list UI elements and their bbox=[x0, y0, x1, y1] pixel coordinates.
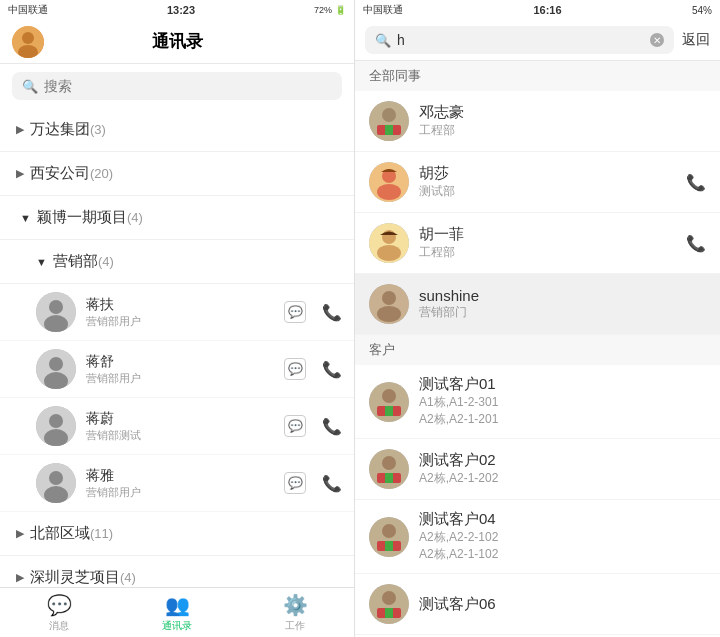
contact-info: 胡一菲 工程部 bbox=[419, 225, 676, 261]
svg-point-13 bbox=[49, 471, 63, 485]
contact-info: 胡莎 测试部 bbox=[419, 164, 676, 200]
contact-row[interactable]: 测试客户01 A1栋,A1-2-301 A2栋,A2-1-201 bbox=[355, 365, 720, 439]
group-count: (11) bbox=[90, 526, 113, 541]
contact-avatar bbox=[369, 101, 409, 141]
contact-row[interactable]: 测试客户02 A2栋,A2-1-202 bbox=[355, 439, 720, 500]
contact-dept: A2栋,A2-1-202 bbox=[419, 470, 706, 487]
contact-info: sunshine 营销部门 bbox=[419, 287, 706, 321]
nav-contacts[interactable]: 👥 通讯录 bbox=[118, 588, 236, 637]
group-count: (4) bbox=[127, 210, 143, 225]
left-panel: 中国联通 13:23 72% 🔋 通讯录 🔍 ▶ 万达集团 (3) bbox=[0, 0, 355, 637]
messages-icon: 💬 bbox=[47, 593, 72, 617]
nav-work[interactable]: ⚙️ 工作 bbox=[236, 588, 354, 637]
contact-dept: 营销部用户 bbox=[86, 485, 274, 500]
contact-name: 测试客户01 bbox=[419, 375, 706, 394]
contact-row[interactable]: 胡莎 测试部 📞 bbox=[355, 152, 720, 213]
contact-dept: 营销部测试 bbox=[86, 428, 274, 443]
right-battery: 54% bbox=[692, 5, 712, 16]
nav-messages[interactable]: 💬 消息 bbox=[0, 588, 118, 637]
message-icon[interactable]: 💬 bbox=[284, 415, 306, 437]
contact-dept2: A2栋,A2-1-102 bbox=[419, 546, 706, 563]
left-search-bar: 🔍 bbox=[0, 64, 354, 108]
contact-avatar bbox=[36, 406, 76, 446]
call-icon[interactable]: 📞 bbox=[322, 303, 342, 322]
contact-actions: 💬 📞 bbox=[284, 472, 342, 494]
svg-point-34 bbox=[382, 456, 396, 470]
right-panel: 中国联通 16:16 54% 🔍 ✕ 返回 全部同事 bbox=[355, 0, 720, 637]
svg-rect-40 bbox=[385, 541, 393, 551]
contact-dept: A2栋,A2-2-102 bbox=[419, 529, 706, 546]
contact-name: 蒋蔚 bbox=[86, 410, 274, 428]
contact-row[interactable]: 蒋舒 营销部用户 💬 📞 bbox=[0, 341, 354, 398]
left-carrier: 中国联通 bbox=[8, 3, 48, 17]
left-search-input[interactable] bbox=[44, 78, 332, 94]
left-contact-list: ▶ 万达集团 (3) ▶ 西安公司 (20) ▼ 颖博一期项目 (4) ▼ 营销… bbox=[0, 108, 354, 587]
call-icon[interactable]: 📞 bbox=[322, 360, 342, 379]
group-wanda[interactable]: ▶ 万达集团 (3) bbox=[0, 108, 354, 152]
right-time: 16:16 bbox=[533, 4, 561, 16]
svg-point-28 bbox=[377, 306, 401, 322]
group-yingbo[interactable]: ▼ 颖博一期项目 (4) bbox=[0, 196, 354, 240]
avatar[interactable] bbox=[12, 26, 44, 58]
contact-row[interactable]: 胡一菲 工程部 📞 bbox=[355, 213, 720, 274]
group-shenzhen[interactable]: ▶ 深圳灵芝项目 (4) bbox=[0, 556, 354, 587]
group-marketing[interactable]: ▼ 营销部 (4) bbox=[0, 240, 354, 284]
clear-icon[interactable]: ✕ bbox=[650, 33, 664, 47]
contact-avatar bbox=[36, 463, 76, 503]
left-search-wrap[interactable]: 🔍 bbox=[12, 72, 342, 100]
contact-info: 蒋舒 营销部用户 bbox=[86, 353, 274, 386]
group-name: 万达集团 bbox=[30, 120, 90, 139]
contact-row[interactable]: 蒋扶 营销部用户 💬 📞 bbox=[0, 284, 354, 341]
contact-avatar bbox=[369, 223, 409, 263]
right-list: 全部同事 邓志豪 工程部 bbox=[355, 61, 720, 637]
contact-row[interactable]: 测试客户06 bbox=[355, 574, 720, 635]
svg-point-10 bbox=[49, 414, 63, 428]
contact-row[interactable]: 测试客户04 A2栋,A2-2-102 A2栋,A2-1-102 bbox=[355, 500, 720, 574]
svg-point-38 bbox=[382, 524, 396, 538]
call-icon[interactable]: 📞 bbox=[322, 474, 342, 493]
contact-row[interactable]: 邓志豪 工程部 bbox=[355, 91, 720, 152]
contact-actions: 💬 📞 bbox=[284, 358, 342, 380]
group-xian[interactable]: ▶ 西安公司 (20) bbox=[0, 152, 354, 196]
left-header: 通讯录 bbox=[0, 20, 354, 64]
right-search-input[interactable] bbox=[397, 32, 644, 48]
message-icon[interactable]: 💬 bbox=[284, 472, 306, 494]
svg-rect-36 bbox=[385, 473, 393, 483]
message-icon[interactable]: 💬 bbox=[284, 358, 306, 380]
contact-name: 蒋舒 bbox=[86, 353, 274, 371]
svg-point-30 bbox=[382, 389, 396, 403]
nav-contacts-label: 通讯录 bbox=[162, 619, 192, 633]
contact-avatar bbox=[36, 292, 76, 332]
contact-dept: 营销部用户 bbox=[86, 371, 274, 386]
section-customers: 客户 bbox=[355, 335, 720, 365]
group-north[interactable]: ▶ 北部区域 (11) bbox=[0, 512, 354, 556]
contact-info: 测试客户01 A1栋,A1-2-301 A2栋,A2-1-201 bbox=[419, 375, 706, 428]
group-name: 深圳灵芝项目 bbox=[30, 568, 120, 587]
search-icon: 🔍 bbox=[22, 79, 38, 94]
bottom-nav: 💬 消息 👥 通讯录 ⚙️ 工作 bbox=[0, 587, 354, 637]
battery-icon: 🔋 bbox=[335, 5, 346, 15]
svg-point-7 bbox=[49, 357, 63, 371]
right-status-bar: 中国联通 16:16 54% bbox=[355, 0, 720, 20]
contact-dept: A1栋,A1-2-301 bbox=[419, 394, 706, 411]
contact-avatar bbox=[369, 284, 409, 324]
call-icon[interactable]: 📞 bbox=[686, 234, 706, 253]
nav-work-label: 工作 bbox=[285, 619, 305, 633]
cancel-button[interactable]: 返回 bbox=[682, 31, 710, 49]
page-title: 通讯录 bbox=[152, 30, 203, 53]
contact-dept2: A2栋,A2-1-201 bbox=[419, 411, 706, 428]
call-icon[interactable]: 📞 bbox=[322, 417, 342, 436]
right-search-wrap[interactable]: 🔍 ✕ bbox=[365, 26, 674, 54]
contact-row[interactable]: 蒋雅 营销部用户 💬 📞 bbox=[0, 455, 354, 512]
contact-row-highlighted[interactable]: sunshine 营销部门 bbox=[355, 274, 720, 335]
contact-name: 蒋扶 bbox=[86, 296, 274, 314]
contact-avatar bbox=[369, 584, 409, 624]
group-count: (20) bbox=[90, 166, 113, 181]
svg-point-17 bbox=[382, 108, 396, 122]
call-icon[interactable]: 📞 bbox=[686, 173, 706, 192]
group-count: (3) bbox=[90, 122, 106, 137]
contact-avatar bbox=[369, 382, 409, 422]
contact-row[interactable]: 蒋蔚 营销部测试 💬 📞 bbox=[0, 398, 354, 455]
message-icon[interactable]: 💬 bbox=[284, 301, 306, 323]
nav-messages-label: 消息 bbox=[49, 619, 69, 633]
